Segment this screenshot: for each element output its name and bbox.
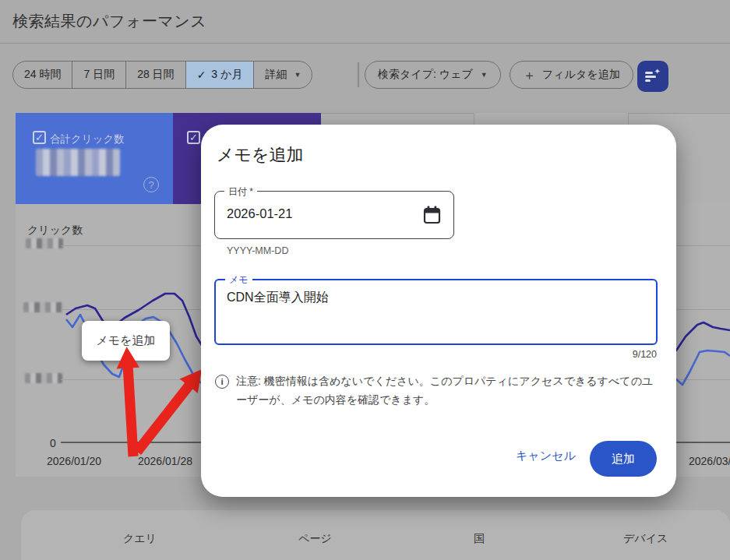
add-filter-label: フィルタを追加 — [542, 68, 620, 82]
chip-7d-label: 7 日間 — [83, 68, 115, 82]
header-divider — [0, 43, 730, 44]
privacy-notice-text: 注意: 機密情報は含めないでください。このプロパティにアクセスできるすべてのユー… — [236, 372, 661, 410]
info-icon: i — [215, 375, 229, 389]
clicks-card-label: 合計クリック数 — [50, 132, 125, 146]
search-type-label: 検索タイプ: ウェブ — [378, 68, 473, 82]
help-icon[interactable]: ? — [143, 177, 159, 192]
calendar-icon[interactable] — [423, 206, 441, 224]
chip-3m[interactable]: ✓ 3 か月 — [186, 62, 255, 88]
ai-filter-button[interactable]: ✦ — [637, 61, 668, 92]
tab-pages[interactable]: ページ — [298, 532, 332, 546]
plus-icon: ＋ — [523, 66, 536, 84]
char-counter: 9/120 — [633, 349, 657, 360]
add-filter-button[interactable]: ＋ フィルタを追加 — [510, 61, 633, 89]
tab-devices[interactable]: デバイス — [623, 532, 668, 546]
chip-24h[interactable]: 24 時間 — [13, 62, 72, 88]
chip-custom[interactable]: 詳細 ▼ — [254, 62, 312, 88]
toolbar-separator — [358, 62, 359, 87]
date-range-chip-group: 24 時間 7 日間 28 日間 ✓ 3 か月 詳細 ▼ — [12, 61, 312, 89]
chip-28d-label: 28 日間 — [137, 68, 174, 82]
clicks-checkbox[interactable]: ✓ — [33, 131, 46, 144]
chip-custom-label: 詳細 — [265, 68, 287, 82]
date-format-hint: YYYY-MM-DD — [227, 245, 288, 256]
memo-label: メモ — [225, 273, 252, 287]
chevron-down-icon: ▼ — [481, 71, 488, 79]
filter-sparkle-icon: ✦ — [645, 69, 661, 83]
cancel-button[interactable]: キャンセル — [516, 449, 576, 463]
tab-countries[interactable]: 国 — [474, 532, 485, 546]
chip-28d[interactable]: 28 日間 — [126, 62, 185, 88]
chevron-down-icon: ▼ — [294, 71, 301, 79]
chip-3m-label: 3 か月 — [211, 68, 242, 82]
chip-24h-label: 24 時間 — [24, 68, 61, 82]
add-note-tooltip[interactable]: メモを追加 — [82, 321, 170, 361]
page-title: 検索結果のパフォーマンス — [12, 11, 206, 32]
memo-value: CDN全面導入開始 — [227, 290, 329, 306]
date-input-value: 2026-01-21 — [227, 206, 292, 221]
date-input[interactable]: 日付 * 2026-01-21 — [214, 191, 454, 239]
date-input-label: 日付 * — [224, 185, 257, 199]
privacy-notice: i 注意: 機密情報は含めないでください。このプロパティにアクセスできるすべての… — [215, 372, 661, 410]
chip-7d[interactable]: 7 日間 — [72, 62, 126, 88]
add-button[interactable]: 追加 — [590, 441, 657, 477]
memo-textarea[interactable]: メモ CDN全面導入開始 — [214, 279, 658, 345]
add-note-dialog: メモを追加 日付 * 2026-01-21 YYYY-MM-DD メモ CDN全… — [201, 125, 676, 497]
check-icon: ✓ — [197, 69, 206, 81]
search-type-button[interactable]: 検索タイプ: ウェブ ▼ — [365, 61, 501, 89]
tab-queries[interactable]: クエリ — [123, 532, 157, 546]
dialog-title: メモを追加 — [217, 143, 304, 167]
impressions-checkbox[interactable]: ✓ — [187, 131, 200, 144]
clicks-value-redacted — [36, 149, 120, 176]
